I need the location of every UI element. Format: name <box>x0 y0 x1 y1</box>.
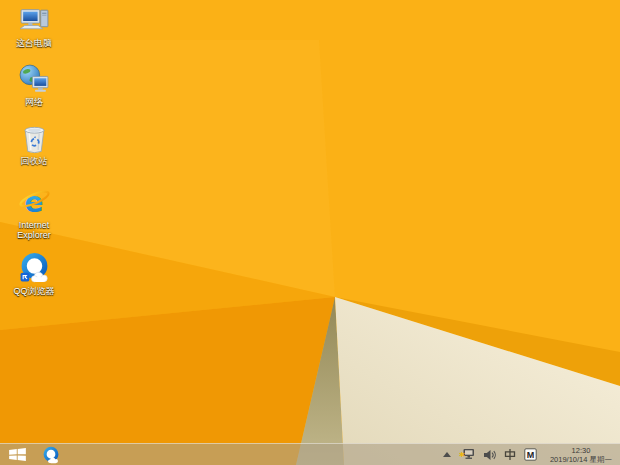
desktop-icon-internet-explorer[interactable]: e Internet Explorer <box>2 186 66 240</box>
desktop-icon-recycle-bin[interactable]: 回收站 <box>2 122 66 166</box>
volume-button[interactable] <box>483 444 496 465</box>
desktop-icon-label: 网络 <box>25 97 43 107</box>
desktop-icon-label: 这台电脑 <box>16 38 52 48</box>
show-hidden-icons-button[interactable] <box>443 444 451 465</box>
taskbar-clock[interactable]: 12:30 2019/10/14 星期一 <box>550 446 612 464</box>
ime-mode-button[interactable]: M <box>524 444 537 465</box>
network-icon <box>18 63 51 96</box>
internet-explorer-icon: e <box>18 186 51 219</box>
chevron-up-icon <box>443 452 451 457</box>
network-status-button[interactable]: * <box>459 444 475 465</box>
qq-browser-icon <box>18 252 51 285</box>
ime-language-button[interactable] <box>504 444 516 465</box>
windows-logo-icon <box>9 448 26 461</box>
qq-browser-icon <box>42 446 60 464</box>
recycle-bin-icon <box>18 122 51 155</box>
desktop-icon-label: 回收站 <box>21 156 48 166</box>
taskbar-app-qq-browser[interactable] <box>36 444 66 465</box>
ime-mode-icon: M <box>524 448 537 461</box>
desktop-icon-label: Internet Explorer <box>3 220 65 240</box>
desktop-icon-qq-browser[interactable]: QQ浏览器 <box>2 252 66 296</box>
start-button[interactable] <box>0 444 34 465</box>
system-tray: * M <box>443 444 620 465</box>
svg-text:*: * <box>459 450 465 462</box>
desktop-icon-label: QQ浏览器 <box>13 286 54 296</box>
svg-text:M: M <box>527 450 535 460</box>
network-warning-icon: * <box>459 448 475 461</box>
clock-time: 12:30 <box>550 446 612 455</box>
taskbar: * M <box>0 443 620 465</box>
this-pc-icon <box>18 4 51 37</box>
desktop-icon-network[interactable]: 网络 <box>2 63 66 107</box>
wallpaper <box>0 0 620 465</box>
ime-chinese-icon <box>504 448 516 461</box>
clock-date: 2019/10/14 星期一 <box>550 455 612 464</box>
desktop: 这台电脑 网络 <box>0 0 620 465</box>
desktop-icon-this-pc[interactable]: 这台电脑 <box>2 4 66 48</box>
speaker-icon <box>483 449 496 461</box>
